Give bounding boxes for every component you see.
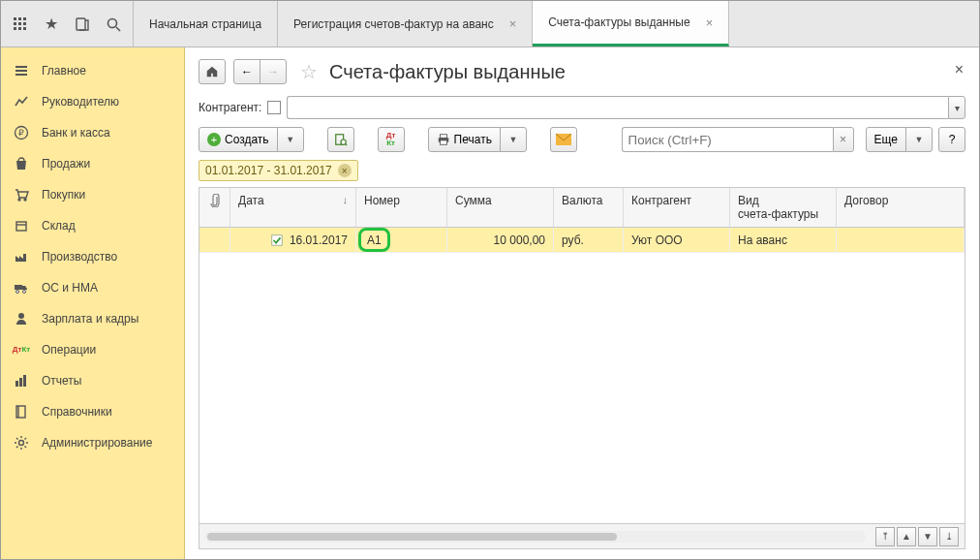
bars-icon	[13, 372, 30, 389]
create-dropdown[interactable]: ▼	[277, 127, 304, 152]
sidebar-item-label: Администрирование	[42, 436, 152, 450]
help-button[interactable]: ?	[938, 127, 965, 152]
col-number[interactable]: Номер	[356, 188, 447, 227]
svg-point-10	[108, 18, 117, 27]
scroll-up-icon[interactable]: ▲	[897, 527, 916, 546]
tab-label: Начальная страница	[149, 17, 261, 31]
svg-rect-0	[14, 17, 16, 20]
gear-icon	[13, 434, 30, 451]
col-sum[interactable]: Сумма	[447, 188, 554, 227]
sidebar-item-purchases[interactable]: Покупки	[1, 179, 184, 210]
tab-registration[interactable]: Регистрация счетов-фактур на аванс ×	[278, 1, 533, 47]
apps-icon[interactable]	[7, 11, 34, 38]
svg-point-17	[18, 199, 20, 201]
scroll-down-icon[interactable]: ▼	[918, 527, 937, 546]
sidebar-item-bank[interactable]: ₽ Банк и касса	[1, 117, 184, 148]
back-button[interactable]: ←	[233, 59, 260, 84]
more-label: Еще	[874, 133, 898, 146]
sidebar-item-warehouse[interactable]: Склад	[1, 210, 184, 241]
date-filter-chip[interactable]: 01.01.2017 - 31.01.2017 ×	[199, 160, 358, 181]
chip-clear-icon[interactable]: ×	[338, 164, 352, 177]
close-page-icon[interactable]: ×	[955, 61, 964, 78]
sidebar-item-admin[interactable]: Администрирование	[1, 427, 184, 458]
svg-line-11	[116, 27, 120, 31]
box-icon	[13, 217, 30, 234]
person-icon	[13, 310, 30, 327]
sidebar-item-operations[interactable]: ДтКт Операции	[1, 334, 184, 365]
sidebar-item-manager[interactable]: Руководителю	[1, 86, 184, 117]
sidebar-item-label: Справочники	[42, 405, 112, 419]
svg-rect-4	[18, 22, 21, 25]
print-label: Печать	[454, 133, 492, 146]
more-dropdown[interactable]: ▼	[905, 127, 933, 152]
col-counterparty[interactable]: Контрагент	[624, 188, 730, 227]
col-currency[interactable]: Валюта	[554, 188, 624, 227]
close-icon[interactable]: ×	[706, 16, 714, 30]
dropdown-icon[interactable]: ▾	[948, 96, 965, 119]
sidebar-item-refs[interactable]: Справочники	[1, 396, 184, 427]
tab-home[interactable]: Начальная страница	[134, 1, 278, 47]
svg-point-30	[19, 441, 24, 446]
cart-icon	[13, 186, 30, 203]
email-button[interactable]	[550, 127, 577, 152]
star-outline-icon[interactable]: ☆	[300, 60, 318, 83]
print-button[interactable]: Печать	[428, 127, 501, 152]
search-clear-icon[interactable]: ×	[833, 127, 854, 152]
forward-button[interactable]: →	[260, 59, 287, 84]
date-filter-label: 01.01.2017 - 31.01.2017	[205, 164, 332, 177]
sidebar-item-main[interactable]: Главное	[1, 55, 184, 86]
svg-rect-36	[440, 140, 446, 144]
history-icon[interactable]	[69, 11, 96, 38]
invoices-grid: Дата Номер Сумма Валюта Контрагент Вид с…	[199, 187, 965, 549]
grid-header: Дата Номер Сумма Валюта Контрагент Вид с…	[199, 188, 965, 228]
number-highlight: А1	[358, 228, 390, 252]
sidebar-item-label: ОС и НМА	[42, 281, 98, 295]
sidebar-item-production[interactable]: Производство	[1, 241, 184, 272]
plus-icon: +	[207, 133, 221, 146]
filter-label: Контрагент:	[199, 101, 261, 114]
col-contract[interactable]: Договор	[837, 188, 965, 227]
sidebar-item-sales[interactable]: Продажи	[1, 148, 184, 179]
sidebar-item-label: Отчеты	[42, 374, 81, 388]
page-title: Счета-фактуры выданные	[329, 61, 566, 83]
scroll-bottom-icon[interactable]: ⤓	[939, 527, 959, 546]
more-button[interactable]: Еще	[866, 127, 906, 152]
svg-rect-7	[18, 27, 21, 30]
tab-invoices-issued[interactable]: Счета-фактуры выданные ×	[533, 1, 729, 47]
home-button[interactable]	[199, 59, 226, 84]
cell-counterparty: Уют ООО	[624, 228, 730, 252]
star-icon[interactable]: ★	[38, 11, 65, 38]
table-row[interactable]: 16.01.2017 А1 10 000,00 руб. Уют ООО На …	[199, 228, 965, 253]
svg-point-18	[24, 199, 26, 201]
sidebar-item-reports[interactable]: Отчеты	[1, 365, 184, 396]
sidebar-item-label: Зарплата и кадры	[42, 312, 138, 326]
find-by-number-button[interactable]	[327, 127, 354, 152]
scroll-top-icon[interactable]: ⤒	[875, 527, 895, 546]
svg-rect-6	[14, 27, 16, 30]
sidebar-item-assets[interactable]: ОС и НМА	[1, 272, 184, 303]
svg-rect-2	[23, 17, 26, 20]
search-icon[interactable]	[100, 11, 127, 38]
col-date[interactable]: Дата	[230, 188, 356, 227]
col-attachment[interactable]	[199, 188, 230, 227]
sidebar-item-hr[interactable]: Зарплата и кадры	[1, 303, 184, 334]
create-button[interactable]: + Создать	[199, 127, 278, 152]
svg-rect-21	[15, 285, 22, 290]
horizontal-scrollbar[interactable]	[205, 531, 866, 543]
search-input[interactable]	[622, 127, 833, 152]
cell-contract	[837, 228, 965, 252]
counterparty-filter-input[interactable]	[287, 96, 948, 119]
svg-line-33	[345, 143, 347, 145]
ruble-icon: ₽	[13, 124, 30, 141]
col-type[interactable]: Вид счета-фактуры	[730, 188, 837, 227]
cell-number: А1	[356, 228, 447, 252]
svg-rect-8	[23, 27, 26, 30]
help-label: ?	[949, 133, 956, 146]
filter-checkbox[interactable]	[267, 101, 281, 114]
svg-rect-38	[272, 234, 283, 245]
sidebar-item-label: Главное	[42, 64, 86, 78]
print-dropdown[interactable]: ▼	[500, 127, 527, 152]
dtkt-button[interactable]: ДтКт	[378, 127, 405, 152]
close-icon[interactable]: ×	[509, 16, 517, 31]
sidebar-item-label: Производство	[42, 250, 117, 264]
